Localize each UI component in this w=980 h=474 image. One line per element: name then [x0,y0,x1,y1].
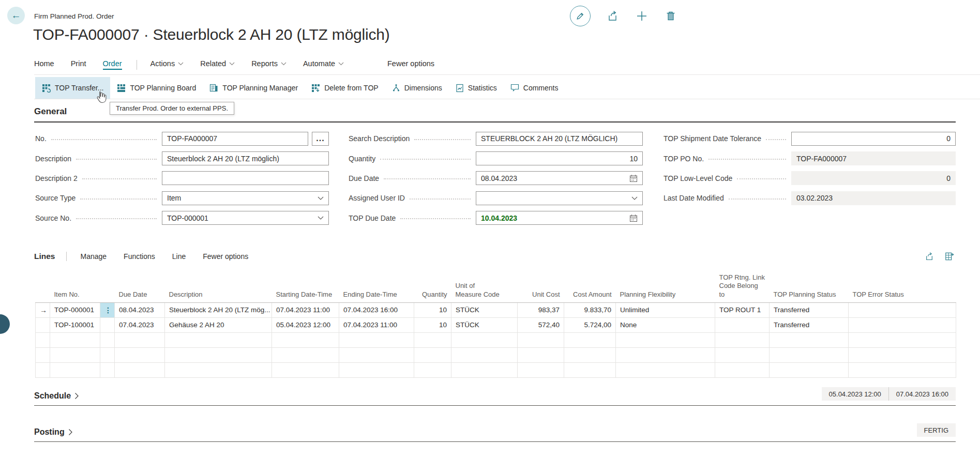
tab-print[interactable]: Print [71,59,86,70]
cell-planning-flexibility[interactable]: None [616,317,715,332]
col-top-error-status[interactable]: TOP Error Status [849,272,956,302]
lines-fewer-options[interactable]: Fewer options [203,252,248,261]
posting-status-chip[interactable]: FERTIG [917,423,956,437]
tab-reports[interactable]: Reports [251,59,287,70]
col-top-planning-status[interactable]: TOP Planning Status [770,272,849,302]
schedule-start-chip[interactable]: 05.04.2023 12:00 [822,387,888,401]
top-planning-board-button[interactable]: TOP Planning Board [110,77,203,99]
col-quantity[interactable]: Quantity [414,272,451,302]
breadcrumb[interactable]: Firm Planned Prod. Order [34,12,114,20]
cell-item-no[interactable]: TOP-100001 [50,317,100,332]
lines-menu-line[interactable]: Line [172,252,186,261]
cell-due-date[interactable]: 07.04.2023 [115,317,165,332]
no-field[interactable]: TOP-FA000007 [162,132,308,146]
col-item-no[interactable]: Item No. [50,272,100,302]
cell-quantity[interactable]: 10 [414,317,451,332]
col-unit-of-measure-code[interactable]: Unit of Measure Code [451,272,518,302]
row-menu-button[interactable]: ⋮ [100,302,115,317]
col-unit-cost[interactable]: Unit Cost [518,272,564,302]
general-middle-column: Search Description STEUERBLOCK 2 AH 20 (… [349,129,643,228]
statistics-button[interactable]: Statistics [449,77,504,99]
back-button[interactable]: ← [7,7,25,24]
dimensions-button[interactable]: Dimensions [385,77,449,99]
cell-item-no[interactable]: TOP-000001 [50,302,100,317]
cell-uom[interactable]: STÜCK [451,317,518,332]
search-description-field[interactable]: STEUERBLOCK 2 AH 20 (LTZ MÖGLICH) [476,132,643,146]
quantity-field[interactable]: 10 [476,151,643,165]
edit-button[interactable] [570,6,591,26]
lines-part-icons [925,252,954,261]
tab-automate[interactable]: Automate [303,59,344,70]
calendar-icon[interactable] [629,214,638,222]
due-date-field[interactable]: 08.04.2023 [476,171,643,185]
top-due-date-field[interactable]: 10.04.2023 [476,211,643,225]
plus-icon [636,10,648,22]
delete-from-top-button[interactable]: Delete from TOP [305,77,385,99]
tab-actions[interactable]: Actions [150,59,184,70]
assigned-user-id-select[interactable] [476,191,643,205]
back-arrow-icon: ← [11,10,21,21]
search-description-label: Search Description [349,134,476,143]
col-due-date[interactable]: Due Date [115,272,165,302]
cell-error-status[interactable] [849,302,956,317]
share-icon [607,10,619,22]
cell-starting-date-time[interactable]: 07.04.2023 11:00 [272,302,339,317]
description2-field[interactable] [162,171,329,185]
col-ending-date-time[interactable]: Ending Date-Time [339,272,414,302]
comments-button[interactable]: Comments [504,77,565,99]
col-planning-flexibility[interactable]: Planning Flexibility [616,272,715,302]
cell-ending-date-time[interactable]: 07.04.2023 16:00 [339,302,414,317]
cell-planning-flexibility[interactable]: Unlimited [616,302,715,317]
calendar-icon[interactable] [629,174,638,182]
cell-ending-date-time[interactable]: 07.04.2023 11:00 [339,317,414,332]
general-right-column: TOP Shipment Date Tolerance 0 TOP PO No.… [664,129,956,208]
top-shipment-date-tolerance-field[interactable]: 0 [791,132,956,146]
col-description[interactable]: Description [165,272,272,302]
no-assist-edit-button[interactable]: ... [312,132,329,146]
schedule-end-chip[interactable]: 07.04.2023 16:00 [888,387,956,401]
schedule-section-header[interactable]: Schedule [34,391,79,401]
dotted-leader [410,198,471,200]
row-menu-cell [100,317,115,332]
cell-description[interactable]: Gehäuse 2 AH 20 [165,317,272,332]
source-no-select[interactable]: TOP-000001 [162,211,329,225]
cell-planning-status[interactable]: Transferred [770,317,849,332]
trash-icon [665,10,676,22]
cell-starting-date-time[interactable]: 05.04.2023 12:00 [272,317,339,332]
open-in-excel-icon[interactable] [945,252,954,261]
cell-uom[interactable]: STÜCK [451,302,518,317]
cell-unit-cost[interactable]: 983,37 [518,302,564,317]
side-panel-handle[interactable] [0,314,10,334]
cell-rtng-link-code[interactable]: TOP ROUT 1 [715,302,770,317]
col-starting-date-time[interactable]: Starting Date-Time [272,272,339,302]
new-button[interactable] [635,6,649,26]
cell-planning-status[interactable]: Transferred [770,302,849,317]
posting-section-header[interactable]: Posting [34,427,73,437]
cell-description[interactable]: Steuerblock 2 AH 20 (LTZ mög... [165,302,272,317]
table-row: → TOP-000001 ⋮ 08.04.2023 Steuerblock 2 … [36,302,956,317]
pencil-icon [575,11,585,21]
table-empty-row [36,332,956,347]
share-button[interactable] [606,6,620,26]
col-cost-amount[interactable]: Cost Amount [564,272,616,302]
cell-unit-cost[interactable]: 572,40 [518,317,564,332]
cell-error-status[interactable] [849,317,956,332]
cell-due-date[interactable]: 08.04.2023 [115,302,165,317]
tab-home[interactable]: Home [34,59,54,70]
cell-cost-amount[interactable]: 9.833,70 [564,302,616,317]
col-top-rtng-link-code[interactable]: TOP Rtng. Link Code Belong to [715,272,770,302]
share-icon[interactable] [925,252,934,261]
delete-button[interactable] [664,6,677,26]
lines-menu-manage[interactable]: Manage [80,252,107,261]
source-type-select[interactable]: Item [162,191,329,205]
fewer-options-button[interactable]: Fewer options [387,59,434,70]
chevron-right-icon [68,429,73,436]
lines-menu-functions[interactable]: Functions [124,252,155,261]
cell-rtng-link-code[interactable] [715,317,770,332]
cell-quantity[interactable]: 10 [414,302,451,317]
tab-related[interactable]: Related [200,59,235,70]
tab-order[interactable]: Order [103,59,122,70]
description-field[interactable]: Steuerblock 2 AH 20 (LTZ möglich) [162,151,329,165]
cell-cost-amount[interactable]: 5.724,00 [564,317,616,332]
top-planning-manager-button[interactable]: TOP Planning Manager [203,77,305,99]
